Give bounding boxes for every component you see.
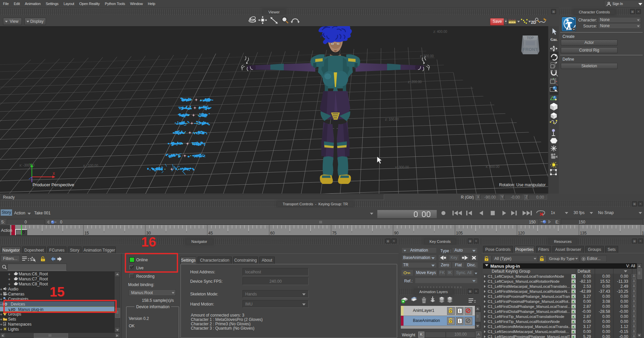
svg-text:120: 120 <box>518 231 525 235</box>
svg-text:90: 90 <box>394 231 399 235</box>
svg-text:x: 400.00: x: 400.00 <box>486 165 500 168</box>
svg-text:75: 75 <box>332 231 337 235</box>
svg-text:45: 45 <box>208 231 213 235</box>
svg-text:x: -100.00: x: -100.00 <box>83 164 98 167</box>
svg-text:150: 150 <box>642 231 644 235</box>
svg-text:135: 135 <box>580 231 587 235</box>
svg-text:15: 15 <box>85 231 89 235</box>
svg-text:105: 105 <box>456 231 463 235</box>
svg-text:TOP: TOP <box>527 36 534 40</box>
svg-text:GBL: GBL <box>550 37 557 42</box>
svg-text:FRONT: FRONT <box>523 47 538 52</box>
svg-text:Y: Y <box>30 163 32 167</box>
svg-text:X: X <box>53 172 55 176</box>
svg-text:60: 60 <box>270 231 275 235</box>
svg-text:a: a <box>4 323 6 326</box>
